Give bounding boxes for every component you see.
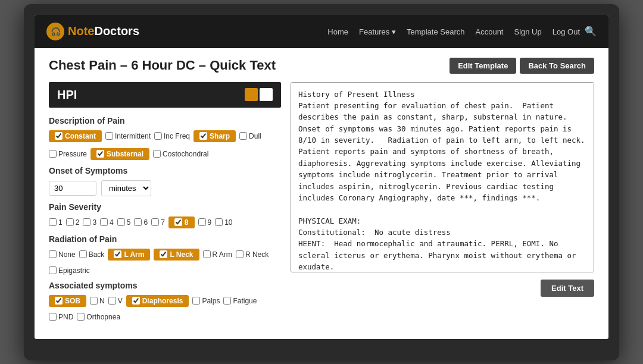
- header-buttons: Edit Template Back To Search: [450, 58, 594, 74]
- dull-item[interactable]: Dull: [239, 130, 261, 142]
- description-title: Description of Pain: [49, 116, 281, 125]
- hpi-toggles: [245, 88, 273, 101]
- onset-input[interactable]: [49, 181, 96, 196]
- substernal-chip[interactable]: Substernal: [90, 148, 149, 160]
- brand-icon: 🎧: [46, 23, 64, 40]
- assoc-diaphoresis-chip[interactable]: Diaphoresis: [126, 295, 189, 307]
- description-section: Description of Pain Constant Intermitten…: [49, 116, 281, 160]
- costochondral-item[interactable]: Costochondral: [153, 148, 208, 160]
- dull-checkbox[interactable]: [239, 132, 247, 140]
- description-row-1: Constant Intermittent Inc Freq: [49, 130, 281, 142]
- incfreq-item[interactable]: Inc Freq: [154, 130, 190, 142]
- assoc-orthopnea[interactable]: Orthopnea: [77, 313, 120, 321]
- back-to-search-button[interactable]: Back To Search: [520, 58, 594, 74]
- nav-account[interactable]: Account: [476, 26, 504, 37]
- navbar: 🎧 NoteDoctors Home Features ▾ Template S…: [35, 15, 608, 48]
- rad-epigastric[interactable]: Epigastric: [49, 266, 90, 275]
- sev-8-chip[interactable]: 8: [168, 216, 195, 228]
- edit-text-button[interactable]: Edit Text: [541, 280, 594, 297]
- toggle-white-button[interactable]: [260, 88, 273, 101]
- brand-note: Note: [68, 24, 94, 37]
- costochondral-checkbox[interactable]: [153, 150, 161, 158]
- rad-none[interactable]: None: [49, 249, 76, 261]
- associated-title: Associated symptoms: [49, 281, 281, 290]
- assoc-pnd[interactable]: PND: [49, 313, 73, 321]
- associated-row-2: PND Orthopnea: [49, 313, 281, 321]
- right-panel: Edit Text: [291, 82, 594, 327]
- assoc-palps[interactable]: Palps: [192, 295, 220, 307]
- rad-larm-chip[interactable]: L Arm: [108, 249, 150, 261]
- sharp-checkbox[interactable]: [199, 132, 207, 140]
- sharp-chip[interactable]: Sharp: [193, 130, 236, 142]
- radiation-title: Radiation of Pain: [49, 234, 281, 244]
- hpi-title: HPI: [57, 88, 77, 102]
- page-title: Chest Pain – 6 Hour DC – Quick Text: [49, 58, 276, 73]
- constant-chip[interactable]: Constant: [49, 130, 102, 142]
- onset-title: Onset of Symptoms: [49, 166, 281, 175]
- intermittent-checkbox[interactable]: [105, 132, 113, 140]
- sev-9[interactable]: 9: [198, 216, 212, 228]
- sev-5[interactable]: 5: [117, 216, 131, 228]
- nav-home[interactable]: Home: [327, 26, 348, 37]
- laptop-frame: 🎧 NoteDoctors Home Features ▾ Template S…: [24, 4, 619, 360]
- severity-title: Pain Severity: [49, 202, 281, 212]
- radiation-row-1: None Back L Arm L Neck R Arm R Neck: [49, 249, 281, 261]
- description-row-2: Pressure Substernal Costochondral: [49, 148, 281, 160]
- sev-6[interactable]: 6: [134, 216, 148, 228]
- nav-logout[interactable]: Log Out: [553, 26, 580, 37]
- pressure-checkbox[interactable]: [49, 150, 57, 158]
- left-panel: HPI Description of Pain: [49, 82, 281, 327]
- rad-back[interactable]: Back: [79, 249, 105, 261]
- rad-rneck[interactable]: R Neck: [236, 249, 269, 261]
- sev-7[interactable]: 7: [151, 216, 165, 228]
- assoc-v[interactable]: V: [108, 295, 123, 307]
- toggle-orange-button[interactable]: [245, 88, 258, 101]
- incfreq-checkbox[interactable]: [154, 132, 162, 140]
- substernal-checkbox[interactable]: [96, 150, 104, 158]
- nav-template-search[interactable]: Template Search: [407, 26, 465, 37]
- main-layout: HPI Description of Pain: [49, 82, 594, 327]
- onset-row: minutes hours days: [49, 180, 281, 196]
- hpi-header: HPI: [49, 82, 281, 108]
- assoc-n[interactable]: N: [90, 295, 105, 307]
- nav-signup[interactable]: Sign Up: [514, 26, 541, 37]
- brand: 🎧 NoteDoctors: [46, 23, 139, 40]
- brand-name: NoteDoctors: [68, 24, 139, 38]
- associated-section: Associated symptoms SOB N V Diaphoresis …: [49, 281, 281, 321]
- sev-4[interactable]: 4: [100, 216, 114, 228]
- rad-rarm[interactable]: R Arm: [203, 249, 232, 261]
- onset-section: Onset of Symptoms minutes hours days: [49, 166, 281, 196]
- onset-select[interactable]: minutes hours days: [101, 180, 151, 196]
- assoc-fatigue[interactable]: Fatigue: [223, 295, 257, 307]
- severity-section: Pain Severity 1 2 3 4 5 6 7 8 9 10: [49, 202, 281, 228]
- brand-doctors: Doctors: [94, 24, 139, 37]
- edit-template-button[interactable]: Edit Template: [450, 58, 516, 74]
- note-text-area[interactable]: [291, 82, 594, 272]
- sev-1[interactable]: 1: [49, 216, 63, 228]
- pressure-item[interactable]: Pressure: [49, 148, 87, 160]
- radiation-row-2: Epigastric: [49, 266, 281, 275]
- sev-2[interactable]: 2: [66, 216, 80, 228]
- page-content: Chest Pain – 6 Hour DC – Quick Text Edit…: [35, 48, 608, 339]
- intermittent-item[interactable]: Intermittent: [105, 130, 151, 142]
- search-icon[interactable]: 🔍: [585, 26, 597, 37]
- laptop-bottom: [35, 343, 608, 354]
- page-header: Chest Pain – 6 Hour DC – Quick Text Edit…: [49, 58, 594, 74]
- constant-checkbox[interactable]: [55, 132, 63, 140]
- severity-row: 1 2 3 4 5 6 7 8 9 10: [49, 216, 281, 228]
- associated-row-1: SOB N V Diaphoresis Palps Fatigue: [49, 295, 281, 307]
- assoc-sob-chip[interactable]: SOB: [49, 295, 86, 307]
- sev-3[interactable]: 3: [83, 216, 96, 228]
- nav-features[interactable]: Features ▾: [359, 26, 396, 37]
- rad-lneck-chip[interactable]: L Neck: [154, 249, 199, 261]
- nav-links: Home Features ▾ Template Search Account …: [327, 26, 580, 37]
- sev-10[interactable]: 10: [215, 216, 232, 228]
- radiation-section: Radiation of Pain None Back L Arm L Neck…: [49, 234, 281, 275]
- screen: 🎧 NoteDoctors Home Features ▾ Template S…: [35, 15, 608, 339]
